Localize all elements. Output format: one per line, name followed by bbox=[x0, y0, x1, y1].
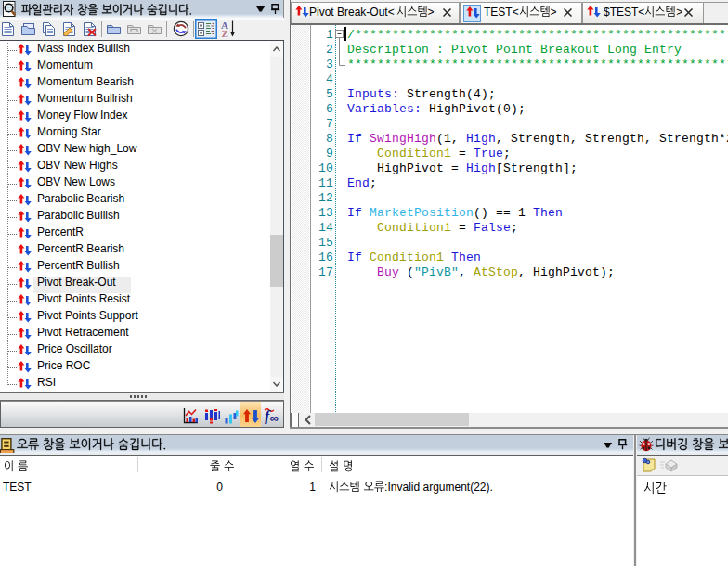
svg-text:∞: ∞ bbox=[270, 411, 279, 424]
svg-text:Z: Z bbox=[222, 28, 228, 39]
